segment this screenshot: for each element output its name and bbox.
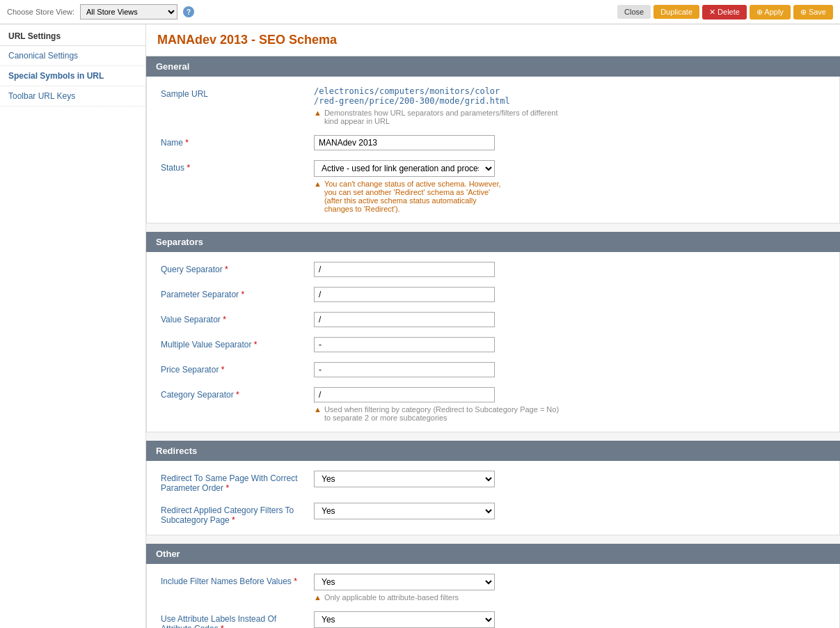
redirect-same-page-label: Redirect To Same Page With Correct Param… bbox=[161, 471, 314, 493]
parameter-separator-label: Parameter Separator * bbox=[161, 287, 314, 299]
sample-url-note: ▲ Demonstrates how URL separators and pa… bbox=[314, 109, 564, 125]
redirect-same-page-select[interactable]: Yes No bbox=[314, 471, 495, 487]
status-warning: ▲ You can't change status of active sche… bbox=[314, 180, 523, 213]
redirect-same-page-row: Redirect To Same Page With Correct Param… bbox=[161, 471, 825, 493]
store-view-selector: Choose Store View: All Store Views ? bbox=[7, 4, 194, 19]
duplicate-button[interactable]: Duplicate bbox=[653, 5, 699, 19]
name-label: Name * bbox=[161, 135, 314, 148]
other-section-header: Other bbox=[146, 544, 840, 564]
multiple-value-separator-row: Multiple Value Separator * bbox=[161, 337, 825, 352]
price-separator-input[interactable] bbox=[314, 362, 495, 377]
sample-url-value-wrap: /electronics/computers/monitors/color /r… bbox=[314, 86, 825, 125]
other-section-body: Include Filter Names Before Values * Yes… bbox=[146, 564, 840, 628]
separators-section: Separators Query Separator * Parameter S… bbox=[146, 232, 840, 432]
redirect-category-filters-row: Redirect Applied Category Filters To Sub… bbox=[161, 503, 825, 525]
close-button[interactable]: Close bbox=[617, 5, 651, 19]
query-separator-label: Query Separator * bbox=[161, 262, 314, 274]
sample-url-row: Sample URL /electronics/computers/monito… bbox=[161, 86, 825, 125]
multiple-value-separator-label: Multiple Value Separator * bbox=[161, 337, 314, 350]
include-filter-names-note: ▲ Only applicable to attribute-based fil… bbox=[314, 593, 564, 602]
status-label: Status * bbox=[161, 160, 314, 173]
use-attribute-labels-label: Use Attribute Labels Instead Of Attribut… bbox=[161, 611, 314, 628]
redirect-category-filters-select[interactable]: Yes No bbox=[314, 503, 495, 519]
page-title: MANAdev 2013 - SEO Schema bbox=[146, 24, 840, 56]
redirect-category-filters-label: Redirect Applied Category Filters To Sub… bbox=[161, 503, 314, 525]
note-icon: ▲ bbox=[314, 109, 322, 117]
value-separator-row: Value Separator * bbox=[161, 312, 825, 327]
value-separator-input[interactable] bbox=[314, 312, 495, 327]
status-select[interactable]: Active - used for link generation and pr… bbox=[314, 160, 495, 177]
query-separator-row: Query Separator * bbox=[161, 262, 825, 277]
separators-section-body: Query Separator * Parameter Separator * bbox=[146, 252, 840, 432]
sidebar: URL Settings Canonical Settings Special … bbox=[0, 24, 146, 628]
name-row: Name * bbox=[161, 135, 825, 150]
sidebar-item-toolbar[interactable]: Toolbar URL Keys bbox=[0, 86, 145, 107]
sample-url-label: Sample URL bbox=[161, 86, 314, 99]
name-input[interactable] bbox=[314, 135, 495, 150]
category-separator-note: ▲ Used when filtering by category (Redir… bbox=[314, 405, 564, 422]
price-separator-row: Price Separator * bbox=[161, 362, 825, 377]
main-layout: URL Settings Canonical Settings Special … bbox=[0, 24, 840, 628]
name-required: * bbox=[185, 138, 189, 148]
status-row: Status * Active - used for link generati… bbox=[161, 160, 825, 213]
redirects-section: Redirects Redirect To Same Page With Cor… bbox=[146, 441, 840, 535]
redirects-section-body: Redirect To Same Page With Correct Param… bbox=[146, 461, 840, 535]
save-button[interactable]: ⊕ Save bbox=[793, 5, 833, 19]
category-separator-input[interactable] bbox=[314, 387, 495, 402]
warning-icon: ▲ bbox=[314, 180, 322, 188]
value-separator-label: Value Separator * bbox=[161, 312, 314, 324]
action-buttons: Close Duplicate ✕ Delete ⊕ Apply ⊕ Save bbox=[617, 5, 833, 19]
include-filter-names-row: Include Filter Names Before Values * Yes… bbox=[161, 574, 825, 602]
category-separator-label: Category Separator * bbox=[161, 387, 314, 400]
redirects-section-header: Redirects bbox=[146, 441, 840, 461]
multiple-value-separator-input[interactable] bbox=[314, 337, 495, 352]
query-separator-input[interactable] bbox=[314, 262, 495, 277]
parameter-separator-row: Parameter Separator * bbox=[161, 287, 825, 302]
other-section: Other Include Filter Names Before Values… bbox=[146, 544, 840, 628]
apply-button[interactable]: ⊕ Apply bbox=[750, 5, 791, 19]
store-view-select[interactable]: All Store Views bbox=[80, 4, 177, 19]
sidebar-section-title: URL Settings bbox=[0, 24, 145, 46]
sidebar-item-special-symbols[interactable]: Special Symbols in URL bbox=[0, 66, 145, 86]
category-separator-row: Category Separator * ▲ Used when filteri… bbox=[161, 387, 825, 422]
status-control-wrap: Active - used for link generation and pr… bbox=[314, 160, 825, 213]
separators-section-header: Separators bbox=[146, 232, 840, 252]
delete-button[interactable]: ✕ Delete bbox=[702, 5, 747, 19]
include-filter-names-label: Include Filter Names Before Values * bbox=[161, 574, 314, 586]
include-filter-names-select[interactable]: Yes No bbox=[314, 574, 495, 590]
sidebar-item-canonical[interactable]: Canonical Settings bbox=[0, 46, 145, 66]
general-section-body: Sample URL /electronics/computers/monito… bbox=[146, 77, 840, 223]
general-section: General Sample URL /electronics/computer… bbox=[146, 56, 840, 223]
price-separator-label: Price Separator * bbox=[161, 362, 314, 375]
sample-url-value: /electronics/computers/monitors/color /r… bbox=[314, 86, 825, 106]
parameter-separator-input[interactable] bbox=[314, 287, 495, 302]
use-attribute-labels-row: Use Attribute Labels Instead Of Attribut… bbox=[161, 611, 825, 628]
name-control-wrap bbox=[314, 135, 825, 150]
help-icon[interactable]: ? bbox=[183, 6, 194, 17]
general-section-header: General bbox=[146, 56, 840, 77]
use-attribute-labels-select[interactable]: Yes No bbox=[314, 611, 495, 628]
store-view-label: Choose Store View: bbox=[7, 8, 74, 16]
main-content: MANAdev 2013 - SEO Schema General Sample… bbox=[146, 24, 840, 628]
top-bar: Choose Store View: All Store Views ? Clo… bbox=[0, 0, 840, 24]
status-required: * bbox=[187, 163, 190, 173]
